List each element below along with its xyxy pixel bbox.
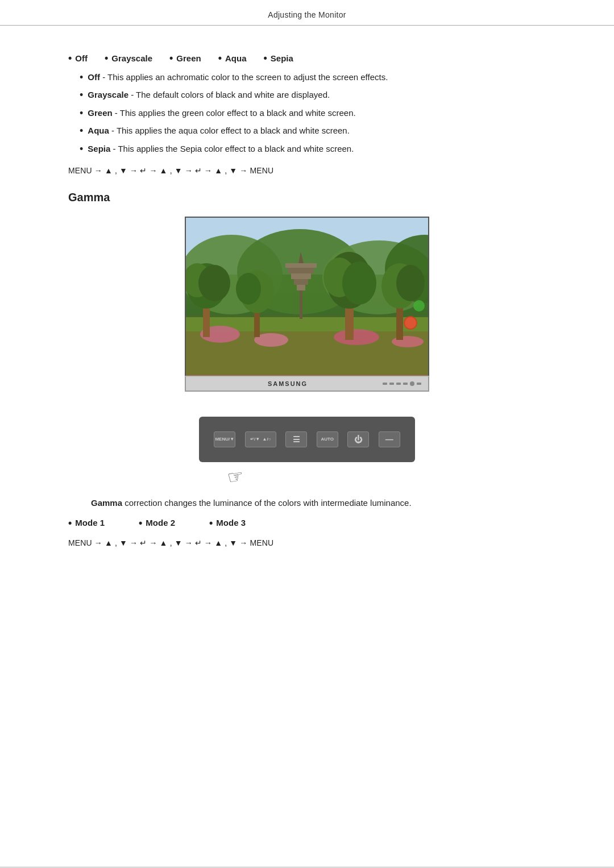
ctrl-minus-face: — — [379, 431, 400, 447]
option-aqua: • Aqua — [218, 53, 247, 63]
monitor-btn-2 — [389, 383, 394, 385]
term-green: Green — [88, 108, 112, 118]
desc-grayscale: • Grayscale - The default colors of blac… — [80, 89, 546, 102]
monitor-btn-4 — [403, 383, 408, 385]
desc-sepia: • Sepia - This applies the Sepia color e… — [80, 143, 546, 156]
gamma-description: Gamma correction changes the luminance o… — [91, 496, 546, 510]
garden-svg — [186, 218, 428, 375]
ctrl-auto-face: AUTO — [317, 431, 338, 447]
desc-aqua-text: - This applies the aqua color effect to … — [111, 126, 350, 135]
svg-point-29 — [342, 261, 376, 305]
gamma-desc-prefix: Gamma — [91, 498, 122, 508]
svg-point-9 — [334, 329, 379, 345]
hand-cursor-icon: ☞ — [226, 465, 246, 489]
mode-1: • Mode 1 — [68, 518, 105, 528]
mode-2-label: Mode 2 — [146, 518, 175, 528]
svg-point-26 — [236, 273, 261, 305]
monitor-btn-3 — [396, 383, 401, 385]
svg-rect-12 — [288, 268, 314, 273]
option-grayscale-label: Grayscale — [111, 53, 152, 63]
monitor-wrapper: SAMSUNG — [185, 217, 429, 392]
monitor-btn-power — [410, 381, 414, 386]
color-options-row: • Off • Grayscale • Green • Aqua • Sepia — [68, 53, 546, 63]
desc-off-text: - This applies an achromatic color to th… — [102, 72, 388, 82]
option-grayscale: • Grayscale — [105, 53, 152, 63]
option-sepia-label: Sepia — [271, 53, 293, 63]
monitor-image-area: SAMSUNG MENU/▼ ↵/▼ ▲/○ — [68, 217, 546, 462]
option-off: • Off — [68, 53, 88, 63]
svg-rect-11 — [285, 263, 317, 268]
desc-aqua: • Aqua - This applies the aqua color eff… — [80, 124, 546, 138]
svg-rect-16 — [300, 290, 302, 319]
desc-sepia-text: - This applies the Sepia color effect to… — [113, 144, 354, 153]
option-sepia: • Sepia — [264, 53, 293, 63]
option-green: • Green — [169, 53, 201, 63]
svg-point-31 — [396, 265, 425, 301]
svg-point-24 — [198, 265, 230, 301]
nav-sequence-1: MENU → ▲ , ▼ → ↵ → ▲ , ▼ → ↵ → ▲ , ▼ → M… — [68, 166, 546, 175]
description-list: • Off - This applies an achromatic color… — [68, 71, 546, 156]
mode-1-label: Mode 1 — [75, 518, 105, 528]
ctrl-auto-btn: AUTO — [317, 431, 338, 447]
ctrl-enter-btn: ↵/▼ ▲/○ — [245, 431, 276, 447]
desc-off: • Off - This applies an achromatic color… — [80, 71, 546, 84]
term-grayscale: Grayscale — [88, 90, 128, 99]
ctrl-settings-btn: ☰ — [285, 431, 307, 447]
svg-rect-13 — [291, 273, 311, 279]
ctrl-minus-btn: — — [379, 431, 400, 447]
desc-grayscale-text: - The default colors of black and white … — [131, 90, 330, 99]
option-aqua-label: Aqua — [225, 53, 247, 63]
control-panel: MENU/▼ ↵/▼ ▲/○ ☰ AUTO ⏻ — — [199, 417, 415, 462]
option-green-label: Green — [176, 53, 201, 63]
option-off-label: Off — [75, 53, 88, 63]
term-aqua: Aqua — [88, 126, 109, 135]
control-panel-area: MENU/▼ ↵/▼ ▲/○ ☰ AUTO ⏻ — ☞ — [199, 411, 415, 462]
ctrl-power-btn: ⏻ — [347, 431, 369, 447]
monitor-buttons-right — [383, 381, 421, 386]
svg-rect-14 — [294, 279, 308, 285]
svg-point-33 — [405, 317, 416, 329]
svg-rect-15 — [297, 285, 305, 290]
page-content: • Off • Grayscale • Green • Aqua • Sepia… — [0, 26, 614, 586]
ctrl-settings-face: ☰ — [285, 431, 307, 447]
svg-point-34 — [413, 300, 425, 312]
monitor-base-bar: SAMSUNG — [185, 376, 429, 392]
monitor-btn-5 — [417, 383, 421, 385]
mode-3: • Mode 3 — [209, 518, 246, 528]
mode-3-label: Mode 3 — [216, 518, 246, 528]
mode-2: • Mode 2 — [139, 518, 175, 528]
ctrl-enter-face: ↵/▼ ▲/○ — [245, 431, 276, 447]
page-header: Adjusting the Monitor — [0, 0, 614, 26]
desc-green: • Green - This applies the green color e… — [80, 107, 546, 120]
desc-green-text: - This applies the green color effect to… — [115, 108, 356, 118]
term-off: Off — [88, 72, 100, 82]
term-sepia: Sepia — [88, 144, 110, 153]
page-title: Adjusting the Monitor — [268, 10, 346, 19]
nav-sequence-2: MENU → ▲ , ▼ → ↵ → ▲ , ▼ → ↵ → ▲ , ▼ → M… — [68, 538, 546, 547]
ctrl-power-face: ⏻ — [347, 431, 369, 447]
modes-row: • Mode 1 • Mode 2 • Mode 3 — [68, 518, 546, 528]
monitor-screen — [185, 217, 429, 376]
samsung-logo: SAMSUNG — [193, 380, 383, 387]
gamma-desc-rest: correction changes the luminance of the … — [122, 498, 412, 508]
ctrl-menu-face: MENU/▼ — [214, 431, 235, 447]
monitor-btn-1 — [383, 383, 387, 385]
ctrl-menu-btn: MENU/▼ — [214, 431, 235, 447]
gamma-title: Gamma — [68, 191, 546, 204]
